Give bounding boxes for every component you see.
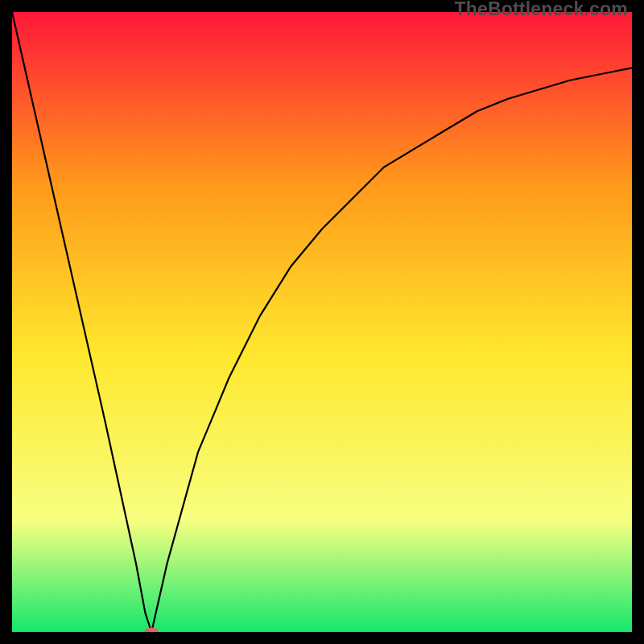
gradient-background: [12, 12, 632, 632]
chart-plot-area: [12, 12, 632, 632]
chart-svg: [12, 12, 632, 632]
watermark-text: TheBottleneck.com: [454, 0, 628, 20]
chart-frame: TheBottleneck.com: [0, 0, 644, 644]
